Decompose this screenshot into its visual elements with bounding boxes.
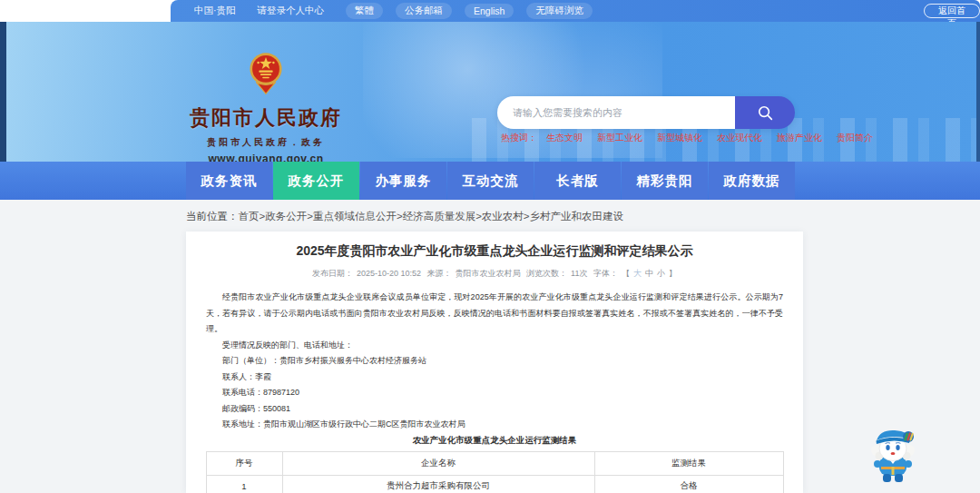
search-button[interactable] <box>735 96 795 129</box>
mascot-eye <box>886 445 889 450</box>
views-value: 11次 <box>571 269 587 278</box>
nav-item-news[interactable]: 政务资讯 <box>186 162 272 200</box>
main-navigation: 政务资讯 政务公开 办事服务 互动交流 长者版 精彩贵阳 政府数据 <box>0 162 980 200</box>
search-icon <box>757 104 774 122</box>
topbar-item-login[interactable]: 请登录个人中心 <box>258 5 325 17</box>
hot-word-industry[interactable]: 新型工业化 <box>597 132 642 144</box>
national-emblem-icon <box>245 51 287 98</box>
publish-date: 2025-10-20 10:52 <box>357 269 421 278</box>
nav-item-gov-open[interactable]: 政务公开 <box>273 162 359 200</box>
table-caption: 农业产业化市级重点龙头企业运行监测结果 <box>186 435 803 447</box>
article-line-phone: 联系电话：87987120 <box>206 385 783 401</box>
header-banner: 贵阳市人民政府 贵阳市人民政府．政务 www.guiyang.gov.cn 热搜… <box>0 22 980 162</box>
hot-word-ecology[interactable]: 生态文明 <box>546 132 583 144</box>
site-logo-block: 贵阳市人民政府 贵阳市人民政府．政务 www.guiyang.gov.cn <box>183 51 348 162</box>
nav-item-elderly[interactable]: 长者版 <box>534 162 621 200</box>
nav-item-services[interactable]: 办事服务 <box>360 162 446 200</box>
font-size-small-button[interactable]: 小 <box>657 269 665 278</box>
font-size-large-button[interactable]: 大 <box>633 269 642 278</box>
hot-search-row: 热搜词： 生态文明 新型工业化 新型城镇化 农业现代化 旅游产业化 贵阳简介 <box>501 132 887 144</box>
breadcrumb-label: 当前位置： <box>186 211 239 222</box>
row-result: 合格 <box>594 475 783 493</box>
col-header-index: 序号 <box>206 451 282 475</box>
source-label: 来源： <box>427 269 452 278</box>
col-header-company: 企业名称 <box>282 451 594 475</box>
nav-item-highlights[interactable]: 精彩贵阳 <box>622 162 708 200</box>
topbar-item-english[interactable]: English <box>465 4 514 18</box>
article-line-address: 联系地址：贵阳市观山湖区市级行政中心二期C区贵阳市农业农村局 <box>206 417 783 433</box>
search-input[interactable] <box>497 96 735 129</box>
top-bar-links: 中国·贵阳 请登录个人中心 繁體 公务邮箱 English 无障碍浏览 返回首页 <box>171 0 980 22</box>
font-size-medium-button[interactable]: 中 <box>645 269 653 278</box>
row-company: 贵州合力超市采购有限公司 <box>282 475 594 493</box>
font-size-label: 字体： <box>593 269 618 278</box>
topbar-item-china-guiyang[interactable]: 中国·贵阳 <box>194 5 236 17</box>
topbar-item-accessibility[interactable]: 无障碍浏览 <box>526 3 593 19</box>
mascot-assistant[interactable] <box>864 425 922 485</box>
mascot-mouth <box>891 452 896 455</box>
hot-word-agriculture[interactable]: 农业现代化 <box>717 132 762 144</box>
publish-date-label: 发布日期： <box>312 269 353 278</box>
breadcrumb-path[interactable]: 首页>政务公开>重点领域信息公开>经济高质量发展>农业农村>乡村产业和农田建设 <box>239 211 624 222</box>
search-bar <box>497 96 795 129</box>
article-line-department: 部门（单位）：贵阳市乡村振兴服务中心农村经济服务站 <box>206 353 783 370</box>
site-url: www.guiyang.gov.cn <box>183 153 348 162</box>
back-home-button[interactable]: 返回首页 <box>924 4 980 18</box>
topbar-item-traditional[interactable]: 繁體 <box>346 3 383 19</box>
top-bar: 中国·贵阳 请登录个人中心 繁體 公务邮箱 English 无障碍浏览 返回首页 <box>0 0 980 22</box>
table-row: 1 贵州合力超市采购有限公司 合格 <box>206 475 783 493</box>
article-title: 2025年度贵阳市农业产业化市级重点龙头企业运行监测和评定结果公示 <box>186 243 803 260</box>
row-index: 1 <box>206 475 282 493</box>
site-subtitle: 贵阳市人民政府．政务 <box>183 136 348 149</box>
source-value: 贵阳市农业农村局 <box>456 269 521 278</box>
hot-search-label: 热搜词： <box>501 132 537 144</box>
nav-item-interaction[interactable]: 互动交流 <box>447 162 534 200</box>
article-card: 2025年度贵阳市农业产业化市级重点龙头企业运行监测和评定结果公示 发布日期：2… <box>186 232 803 493</box>
article-paragraph: 经贵阳市农业产业化市级重点龙头企业联席会议成员单位审定，现对2025年开展的农业… <box>206 290 783 338</box>
article-line-contact-person: 联系人：李霞 <box>206 370 783 386</box>
site-title: 贵阳市人民政府 <box>183 104 348 132</box>
font-bracket-close: 】 <box>669 269 677 278</box>
topbar-item-mailbox[interactable]: 公务邮箱 <box>396 3 452 19</box>
article-line-contact-intro: 受理情况反映的部门、电话和地址： <box>206 338 783 354</box>
hot-word-intro[interactable]: 贵阳简介 <box>837 132 873 144</box>
nav-item-gov-data[interactable]: 政府数据 <box>709 162 795 200</box>
article-line-postcode: 邮政编码：550081 <box>206 401 783 418</box>
mascot-eye <box>896 445 899 450</box>
article-meta: 发布日期：2025-10-20 10:52 来源：贵阳市农业农村局 浏览次数：1… <box>186 268 803 280</box>
breadcrumb: 当前位置：首页>政务公开>重点领域信息公开>经济高质量发展>农业农村>乡村产业和… <box>186 210 623 223</box>
monitoring-results-table: 序号 企业名称 监测结果 1 贵州合力超市采购有限公司 合格 2 贵州友禾种业有… <box>206 451 784 493</box>
hot-word-tourism[interactable]: 旅游产业化 <box>777 132 822 144</box>
views-label: 浏览次数： <box>526 269 567 278</box>
col-header-result: 监测结果 <box>594 451 783 475</box>
font-bracket-open: 【 <box>622 269 630 278</box>
table-header-row: 序号 企业名称 监测结果 <box>206 451 783 475</box>
hot-word-urbanization[interactable]: 新型城镇化 <box>657 132 702 144</box>
article-body: 经贵阳市农业产业化市级重点龙头企业联席会议成员单位审定，现对2025年开展的农业… <box>206 290 783 433</box>
